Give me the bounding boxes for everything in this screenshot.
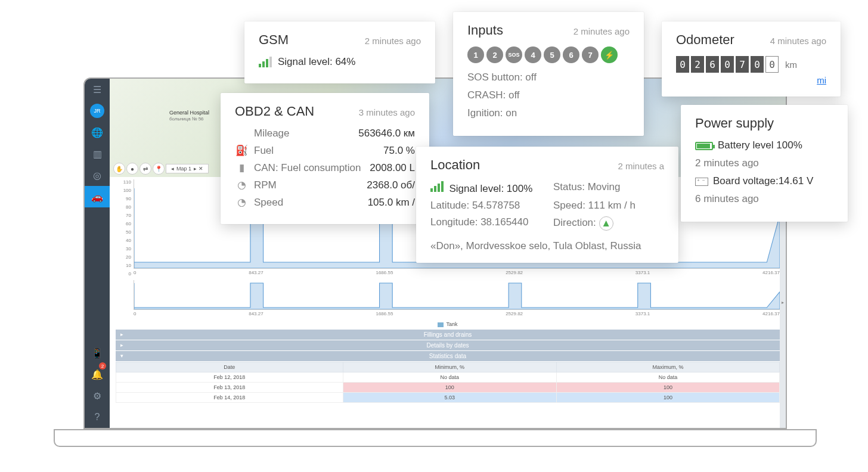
stats-row: Feb 12, 2018No dataNo data (116, 372, 780, 383)
fuel-chart-overview[interactable] (134, 280, 780, 310)
sidebar: ☰ JR 🌐 ▥ ◎ 🚗 📱 🔔 2 ⚙ ? (85, 79, 110, 428)
stats-row: Feb 13, 2018100100 (116, 383, 780, 393)
input-2[interactable]: 2 (486, 46, 503, 63)
map-poi-label: General Hospital больница № 56 (169, 110, 209, 122)
stats-col-max: Maximum, % (556, 362, 779, 372)
notification-badge: 2 (99, 362, 106, 369)
location-lat: Latitude: 54.578758 (430, 200, 541, 212)
location-lon: Longitude: 38.165440 (430, 216, 541, 231)
gsm-title: GSM (259, 32, 289, 48)
direction-arrow-icon: ▲ (599, 216, 613, 231)
obd-title: OBD2 & CAN (235, 104, 314, 119)
stats-col-date: Date (116, 362, 343, 372)
gsm-card: GSM 2 minutes ago Signal level: 64% (244, 21, 435, 83)
user-avatar[interactable]: JR (90, 104, 104, 118)
board-voltage-icon (695, 178, 708, 186)
stats-col-min: Minimum, % (343, 362, 556, 372)
location-card: Location 2 minutes a Signal level: 100% … (416, 147, 678, 263)
settings-icon[interactable]: ⚙ (85, 385, 110, 406)
odometer-unit-km: km (785, 60, 797, 70)
laptop-base (54, 429, 817, 447)
power-board-time: 6 minutes ago (695, 193, 833, 205)
gauge-icon: ◔ (235, 196, 248, 209)
help-icon[interactable]: ? (85, 406, 110, 428)
input-4[interactable]: 4 (525, 46, 541, 63)
map-toolbar: ✋ ● ⇄ 📍 ◂ Map 1 ▸ ✕ (113, 163, 209, 175)
section-stats[interactable]: ▾Statistics data (116, 351, 780, 362)
section-details[interactable]: ▸Details by dates (116, 340, 780, 351)
chart-overview-xticks: 0843.271686.552529.823373.14216.37 (134, 310, 780, 318)
inputs-crash-line: CRASH: off (467, 89, 630, 101)
vehicle-icon[interactable]: 🚗 (85, 186, 110, 207)
odometer-unit-mi-link[interactable]: mi (817, 75, 826, 85)
inputs-ignition-line: Ignition: on (467, 107, 630, 119)
input-6[interactable]: 6 (563, 46, 579, 63)
input-7[interactable]: 7 (582, 46, 599, 63)
input-sos[interactable]: SOS (506, 46, 522, 63)
input-power-icon[interactable]: ⚡ (601, 46, 618, 63)
inputs-time: 2 minutes ago (574, 26, 630, 36)
battery-icon (695, 142, 713, 150)
stats-row: Feb 14, 20185.03100 (116, 393, 780, 403)
location-direction: Direction: ▲ (553, 216, 664, 231)
inputs-title: Inputs (467, 23, 503, 38)
map-tool-marker-icon[interactable]: ● (126, 163, 138, 175)
globe-icon[interactable]: 🌐 (85, 122, 110, 143)
input-5[interactable]: 5 (544, 46, 560, 63)
odometer-card: Odometer 4 minutes ago 0 2 6 0 7 0 0 km … (662, 21, 841, 97)
location-speed: Speed: 111 km / h (553, 200, 664, 212)
obd-card: OBD2 & CAN 3 minutes ago Mileage563646.0… (221, 93, 429, 224)
odometer-time: 4 minutes ago (770, 36, 826, 46)
gsm-signal: Signal level: 64% (278, 56, 355, 68)
location-address: «Don», Mordvesskoe selo, Tula Oblast, Ru… (430, 240, 664, 252)
power-card: Power supply Battery level 100% 2 minute… (681, 105, 848, 222)
input-1[interactable]: 1 (467, 46, 484, 63)
inputs-card: Inputs 2 minutes ago 1 2 SOS 4 5 6 7 ⚡ S… (453, 12, 644, 136)
fuel-icon: ⛽ (235, 144, 248, 157)
chart-yticks: 1101009080706050403020100 (120, 179, 131, 277)
bars-icon: ▮ (235, 162, 248, 174)
map-tool-pin-icon[interactable]: 📍 (153, 163, 165, 175)
odometer-title: Odometer (676, 32, 734, 48)
odometer-digits: 0 2 6 0 7 0 0 km (676, 56, 826, 73)
power-battery-time: 2 minutes ago (695, 157, 833, 169)
power-title: Power supply (695, 116, 833, 131)
map-tool-share-icon[interactable]: ⇄ (140, 163, 151, 175)
device-icon[interactable]: 📱 (85, 342, 110, 364)
obd-time: 3 minutes ago (359, 107, 415, 117)
map-tab[interactable]: ◂ Map 1 ▸ ✕ (166, 164, 209, 173)
menu-icon[interactable]: ☰ (85, 79, 110, 100)
map-tool-hand-icon[interactable]: ✋ (113, 163, 125, 175)
signal-icon (259, 57, 272, 67)
stats-table: Date Minimum, % Maximum, % Feb 12, 2018N… (116, 362, 780, 403)
location-title: Location (430, 157, 480, 173)
chart-icon[interactable]: ▥ (85, 143, 110, 164)
inputs-sos-line: SOS button: off (467, 72, 630, 83)
gauge-icon: ◔ (235, 179, 248, 191)
section-fillings[interactable]: ▸Fillings and drains (116, 330, 780, 340)
gsm-time: 2 minutes ago (365, 36, 421, 46)
signal-icon (430, 181, 444, 192)
inputs-circles: 1 2 SOS 4 5 6 7 ⚡ (467, 46, 630, 63)
location-status: Status: Moving (553, 181, 664, 195)
chart-legend: Tank (116, 321, 780, 327)
chart-xticks: 0843.271686.552529.823373.14216.37 (134, 269, 780, 277)
location-time: 2 minutes a (618, 161, 664, 171)
location-icon[interactable]: ◎ (85, 164, 110, 186)
